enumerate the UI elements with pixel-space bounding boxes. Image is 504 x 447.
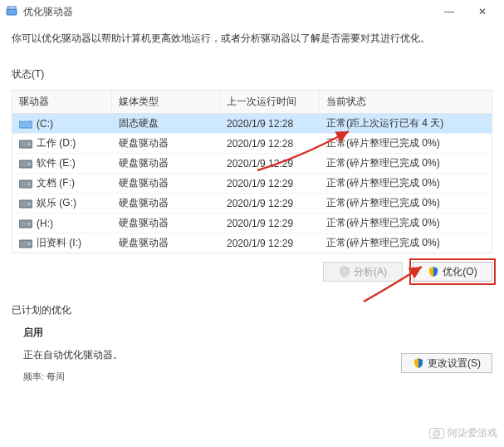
drive-name-cell: 工作 (D:): [12, 134, 112, 153]
drive-icon: [19, 238, 32, 248]
table-row[interactable]: 旧资料 (I:)硬盘驱动器2020/1/9 12:29正常(碎片整理已完成 0%…: [12, 233, 492, 253]
svg-rect-4: [25, 119, 27, 121]
svg-point-14: [28, 223, 30, 224]
change-settings-button[interactable]: 更改设置(S): [401, 353, 492, 373]
status-cell: 正常(碎片整理已完成 0%): [320, 214, 492, 233]
drive-icon: [19, 219, 32, 228]
analyze-label: 分析(A): [354, 265, 387, 279]
shield-icon: [339, 266, 350, 278]
svg-rect-7: [19, 160, 32, 168]
title-bar: 优化驱动器 — ✕: [0, 0, 504, 23]
svg-rect-11: [19, 200, 32, 208]
status-cell: 正常(碎片整理已完成 0%): [320, 134, 492, 153]
last-run-cell: 2020/1/9 12:29: [220, 174, 320, 193]
svg-rect-15: [19, 240, 32, 248]
app-icon: [5, 5, 18, 18]
drive-name: (C:): [37, 118, 53, 130]
last-run-cell: 2020/1/9 12:29: [220, 233, 320, 253]
watermark-text: 阿柒爱游戏: [448, 426, 497, 440]
watermark-badge: @: [429, 428, 444, 439]
last-run-cell: 2020/1/9 12:28: [220, 134, 320, 153]
analyze-button: 分析(A): [323, 262, 403, 282]
table-row[interactable]: 软件 (E:)硬盘驱动器2020/1/9 12:29正常(碎片整理已完成 0%): [12, 154, 492, 174]
shield-icon: [413, 357, 424, 369]
last-run-cell: 2020/1/9 12:29: [220, 214, 320, 233]
drive-name-cell: (H:): [12, 214, 112, 233]
schedule-block: 启用 正在自动优化驱动器。 频率: 每周: [0, 319, 504, 383]
drive-name: 工作 (D:): [37, 136, 76, 150]
table-row[interactable]: (C:)固态硬盘2020/1/9 12:28正常(距上次运行已有 4 天): [12, 114, 492, 134]
media-type-cell: 硬盘驱动器: [112, 154, 220, 173]
description-text: 你可以优化驱动器以帮助计算机更高效地运行，或者分析驱动器以了解是否需要对其进行优…: [0, 23, 504, 52]
media-type-cell: 硬盘驱动器: [112, 194, 220, 213]
col-status[interactable]: 当前状态: [320, 91, 492, 113]
minimize-button[interactable]: —: [433, 2, 466, 22]
schedule-heading: 已计划的优化: [0, 288, 504, 319]
svg-rect-0: [7, 9, 17, 15]
svg-rect-1: [7, 7, 16, 9]
svg-point-6: [28, 143, 30, 145]
svg-rect-5: [19, 140, 32, 148]
media-type-cell: 固态硬盘: [112, 114, 220, 133]
status-cell: 正常(距上次运行已有 4 天): [320, 114, 492, 133]
svg-rect-13: [19, 220, 32, 228]
drive-name: 文档 (F:): [37, 176, 75, 190]
last-run-cell: 2020/1/9 12:28: [220, 114, 320, 133]
watermark: @ 阿柒爱游戏: [429, 426, 497, 440]
col-last-run[interactable]: 上一次运行时间: [220, 91, 320, 113]
drive-name-cell: 旧资料 (I:): [12, 233, 112, 253]
media-type-cell: 硬盘驱动器: [112, 134, 220, 153]
svg-rect-3: [22, 119, 24, 121]
grid-header: 驱动器 媒体类型 上一次运行时间 当前状态: [12, 90, 492, 114]
drive-name: (H:): [37, 218, 53, 229]
drive-name-cell: 文档 (F:): [12, 174, 112, 193]
svg-rect-9: [19, 180, 32, 188]
optimize-label: 优化(O): [443, 265, 477, 279]
drive-icon: [19, 179, 32, 189]
status-cell: 正常(碎片整理已完成 0%): [320, 174, 492, 193]
col-drive[interactable]: 驱动器: [12, 91, 112, 113]
shield-icon: [428, 266, 439, 278]
status-cell: 正常(碎片整理已完成 0%): [320, 194, 492, 213]
close-button[interactable]: ✕: [466, 2, 499, 22]
drive-icon: [19, 199, 32, 209]
table-row[interactable]: 文档 (F:)硬盘驱动器2020/1/9 12:29正常(碎片整理已完成 0%): [12, 174, 492, 194]
col-media[interactable]: 媒体类型: [112, 91, 220, 113]
enable-label: 启用: [23, 326, 492, 340]
drive-icon: [19, 119, 32, 129]
change-settings-label: 更改设置(S): [428, 356, 481, 371]
svg-point-8: [28, 163, 30, 165]
window-title: 优化驱动器: [23, 5, 433, 19]
svg-point-10: [28, 183, 30, 184]
drive-name-cell: (C:): [12, 114, 112, 133]
svg-point-16: [28, 243, 30, 244]
optimize-button[interactable]: 优化(O): [413, 262, 492, 282]
media-type-cell: 硬盘驱动器: [112, 174, 220, 193]
last-run-cell: 2020/1/9 12:29: [220, 154, 320, 173]
drive-name: 软件 (E:): [37, 156, 76, 170]
drive-icon: [19, 159, 32, 169]
table-row[interactable]: 娱乐 (G:)硬盘驱动器2020/1/9 12:29正常(碎片整理已完成 0%): [12, 194, 492, 214]
status-label: 状态(T): [0, 52, 504, 86]
drive-icon: [19, 139, 32, 149]
drive-name-cell: 娱乐 (G:): [12, 194, 112, 213]
drive-grid: 驱动器 媒体类型 上一次运行时间 当前状态 (C:)固态硬盘2020/1/9 1…: [12, 90, 492, 253]
svg-rect-2: [19, 121, 32, 128]
svg-point-12: [28, 203, 30, 204]
last-run-cell: 2020/1/9 12:29: [220, 194, 320, 213]
media-type-cell: 硬盘驱动器: [112, 233, 220, 253]
drive-name-cell: 软件 (E:): [12, 154, 112, 173]
media-type-cell: 硬盘驱动器: [112, 214, 220, 233]
status-cell: 正常(碎片整理已完成 0%): [320, 233, 492, 253]
status-cell: 正常(碎片整理已完成 0%): [320, 154, 492, 173]
drive-name: 旧资料 (I:): [37, 236, 81, 250]
drive-name: 娱乐 (G:): [37, 196, 76, 210]
table-row[interactable]: (H:)硬盘驱动器2020/1/9 12:29正常(碎片整理已完成 0%): [12, 214, 492, 233]
table-row[interactable]: 工作 (D:)硬盘驱动器2020/1/9 12:28正常(碎片整理已完成 0%): [12, 134, 492, 154]
action-buttons: 分析(A) 优化(O): [0, 253, 504, 288]
